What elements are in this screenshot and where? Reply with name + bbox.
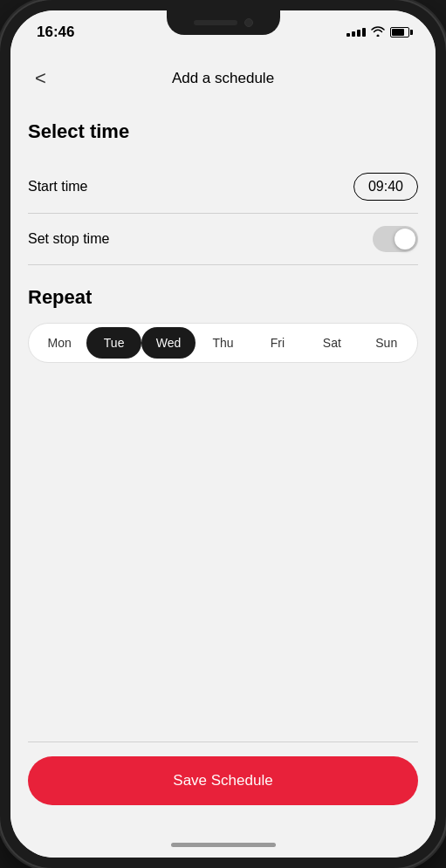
- status-bar: 16:46: [10, 10, 436, 54]
- day-thu[interactable]: Thu: [196, 327, 250, 359]
- stop-time-label: Set stop time: [28, 231, 109, 247]
- screen: 16:46: [10, 10, 436, 858]
- home-indicator: [10, 831, 436, 858]
- bottom-divider: [28, 742, 418, 742]
- nav-bar: < Add a schedule: [10, 54, 436, 103]
- phone-frame: 16:46: [0, 0, 446, 868]
- stop-time-row: Set stop time: [28, 214, 418, 264]
- day-tue[interactable]: Tue: [86, 327, 141, 359]
- page-title: Add a schedule: [172, 70, 274, 87]
- repeat-title: Repeat: [28, 286, 418, 309]
- wifi-icon: [371, 26, 385, 39]
- day-sat[interactable]: Sat: [305, 327, 359, 359]
- divider-2: [28, 264, 418, 265]
- day-mon[interactable]: Mon: [32, 327, 86, 359]
- front-camera: [244, 18, 253, 27]
- day-wed[interactable]: Wed: [141, 327, 196, 359]
- content-area: Select time Start time 09:40 Set stop ti…: [10, 103, 436, 728]
- save-schedule-button[interactable]: Save Schedule: [28, 756, 418, 805]
- repeat-section: Repeat Mon Tue Wed Thu Fri Sat Sun: [28, 286, 418, 363]
- battery-icon: [390, 27, 409, 38]
- start-time-value[interactable]: 09:40: [353, 173, 418, 201]
- day-sun[interactable]: Sun: [360, 327, 414, 359]
- back-button[interactable]: <: [28, 62, 53, 95]
- day-selector: Mon Tue Wed Thu Fri Sat Sun: [28, 323, 418, 363]
- bottom-area: Save Schedule: [10, 728, 436, 831]
- signal-icon: [347, 28, 366, 37]
- toggle-knob: [395, 229, 415, 249]
- start-time-label: Start time: [28, 179, 87, 195]
- status-icons: [347, 26, 409, 39]
- status-time: 16:46: [37, 24, 74, 41]
- notch: [167, 10, 280, 35]
- home-bar: [171, 843, 276, 847]
- select-time-title: Select time: [28, 120, 418, 143]
- speaker: [194, 20, 237, 25]
- stop-time-toggle[interactable]: [373, 226, 418, 252]
- day-fri[interactable]: Fri: [250, 327, 305, 359]
- start-time-row: Start time 09:40: [28, 161, 418, 213]
